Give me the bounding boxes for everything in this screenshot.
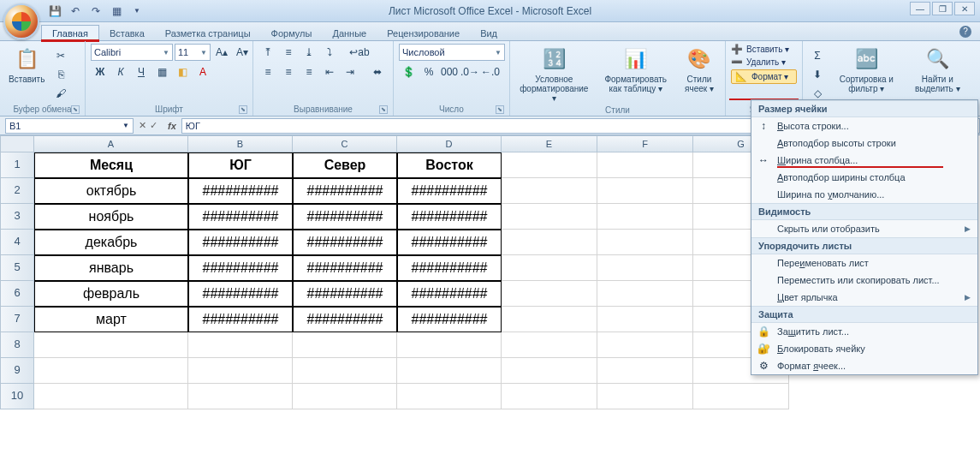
underline-button[interactable]: Ч	[132, 63, 151, 81]
dd-autofit-col[interactable]: Автоподбор ширины столбца	[751, 169, 977, 186]
cell[interactable]: ##########	[293, 178, 397, 204]
row-header[interactable]: 4	[0, 230, 34, 255]
cell[interactable]	[293, 358, 397, 384]
office-button[interactable]	[3, 3, 39, 39]
fill-icon[interactable]: ⬇	[808, 66, 827, 83]
cell[interactable]: ##########	[188, 281, 293, 307]
cell[interactable]	[397, 358, 502, 384]
cancel-formula-icon[interactable]: ✕	[139, 120, 146, 131]
cell[interactable]	[597, 281, 693, 307]
align-bottom-icon[interactable]: ⤓	[300, 44, 318, 61]
cell[interactable]: Север	[293, 152, 397, 178]
cell[interactable]: ##########	[188, 178, 293, 204]
format-painter-icon[interactable]: 🖌	[51, 85, 70, 102]
cell[interactable]: Месяц	[34, 152, 188, 178]
cell[interactable]	[693, 384, 789, 409]
qat-undo-icon[interactable]: ↶	[68, 4, 82, 18]
col-header-b[interactable]: B	[188, 135, 293, 152]
row-header[interactable]: 8	[0, 332, 34, 358]
dd-rename-sheet[interactable]: Переименовать лист	[751, 254, 977, 272]
dd-autofit-row[interactable]: Автоподбор высоты строки	[751, 134, 977, 152]
cell[interactable]: октябрь	[34, 178, 188, 204]
close-button[interactable]: ✕	[954, 2, 975, 15]
cell[interactable]: ##########	[293, 281, 397, 307]
cell[interactable]	[502, 384, 597, 409]
dd-format-cells[interactable]: ⚙Формат ячеек...	[751, 357, 977, 374]
border-icon[interactable]: ▦	[152, 63, 171, 81]
cell[interactable]	[397, 332, 502, 358]
cell[interactable]: март	[34, 307, 188, 332]
cell[interactable]: ##########	[188, 255, 293, 281]
find-select-button[interactable]: 🔍Найти и выделить ▾	[906, 44, 969, 95]
dd-move-copy-sheet[interactable]: Переместить или скопировать лист...	[751, 272, 977, 289]
cell[interactable]	[34, 384, 188, 409]
font-launcher[interactable]: ⬊	[239, 105, 247, 114]
row-header[interactable]: 9	[0, 358, 34, 384]
delete-cells-button[interactable]: ➖Удалить ▾	[731, 57, 797, 68]
cell[interactable]	[188, 358, 293, 384]
select-all-corner[interactable]	[0, 135, 34, 152]
cell[interactable]: ноябрь	[34, 204, 188, 230]
italic-button[interactable]: К	[111, 63, 130, 81]
cell[interactable]	[397, 384, 502, 409]
cell[interactable]	[597, 255, 693, 281]
cell[interactable]	[502, 178, 597, 204]
comma-icon[interactable]: 000	[440, 63, 459, 81]
cell[interactable]: январь	[34, 255, 188, 281]
align-right-icon[interactable]: ≡	[300, 63, 318, 81]
cell[interactable]: ЮГ	[188, 152, 293, 178]
cell[interactable]: ##########	[397, 204, 502, 230]
cell[interactable]: ##########	[188, 204, 293, 230]
row-header[interactable]: 5	[0, 255, 34, 281]
dec-decimal-icon[interactable]: ←.0	[481, 63, 500, 81]
cell[interactable]: ##########	[293, 230, 397, 255]
number-launcher[interactable]: ⬊	[496, 105, 504, 114]
align-middle-icon[interactable]: ≡	[279, 44, 298, 61]
copy-icon[interactable]: ⎘	[51, 66, 70, 83]
cell[interactable]	[502, 152, 597, 178]
cell[interactable]	[597, 178, 693, 204]
row-header[interactable]: 3	[0, 204, 34, 230]
cell[interactable]: Восток	[397, 152, 502, 178]
cell[interactable]	[597, 358, 693, 384]
cell[interactable]: ##########	[293, 307, 397, 332]
sort-filter-button[interactable]: 🔤Сортировка и фильтр ▾	[830, 44, 903, 95]
dd-lock-cell[interactable]: 🔐Блокировать ячейку	[751, 340, 977, 357]
cell[interactable]: ##########	[293, 255, 397, 281]
format-cells-button[interactable]: 📐Формат ▾	[731, 69, 797, 84]
cell[interactable]	[502, 281, 597, 307]
col-header-a[interactable]: A	[34, 135, 188, 152]
cell[interactable]: февраль	[34, 281, 188, 307]
inc-decimal-icon[interactable]: .0→	[460, 63, 479, 81]
cell[interactable]	[502, 204, 597, 230]
row-header[interactable]: 7	[0, 307, 34, 332]
cell[interactable]	[293, 384, 397, 409]
name-box[interactable]: B1▼	[5, 118, 134, 134]
align-top-icon[interactable]: ⤒	[258, 44, 277, 61]
font-color-icon[interactable]: A	[193, 63, 212, 81]
format-table-button[interactable]: 📊Форматировать как таблицу ▾	[597, 44, 675, 95]
fx-icon[interactable]: fx	[168, 121, 176, 131]
cell[interactable]: ##########	[397, 230, 502, 255]
minimize-button[interactable]: —	[910, 2, 930, 15]
bold-button[interactable]: Ж	[91, 63, 110, 81]
cell[interactable]	[34, 332, 188, 358]
increase-font-icon[interactable]: A▴	[212, 44, 231, 61]
cell[interactable]: ##########	[188, 230, 293, 255]
col-header-d[interactable]: D	[397, 135, 502, 152]
row-header[interactable]: 6	[0, 281, 34, 307]
cell-styles-button[interactable]: 🎨Стили ячеек ▾	[679, 44, 720, 95]
align-center-icon[interactable]: ≡	[279, 63, 298, 81]
row-header[interactable]: 2	[0, 178, 34, 204]
cell[interactable]	[597, 307, 693, 332]
col-header-f[interactable]: F	[597, 135, 693, 152]
cond-format-button[interactable]: 🔢Условное форматирование ▾	[515, 44, 593, 105]
tab-data[interactable]: Данные	[322, 26, 377, 40]
cell[interactable]	[597, 384, 693, 409]
currency-icon[interactable]: 💲	[399, 63, 418, 81]
paste-button[interactable]: 📋 Вставить	[5, 44, 48, 86]
font-size-combo[interactable]: 11▼	[175, 44, 211, 61]
cell[interactable]	[597, 204, 693, 230]
dd-col-width[interactable]: ↔Ширина столбца...	[751, 152, 977, 169]
merge-icon[interactable]: ⬌	[361, 63, 394, 81]
